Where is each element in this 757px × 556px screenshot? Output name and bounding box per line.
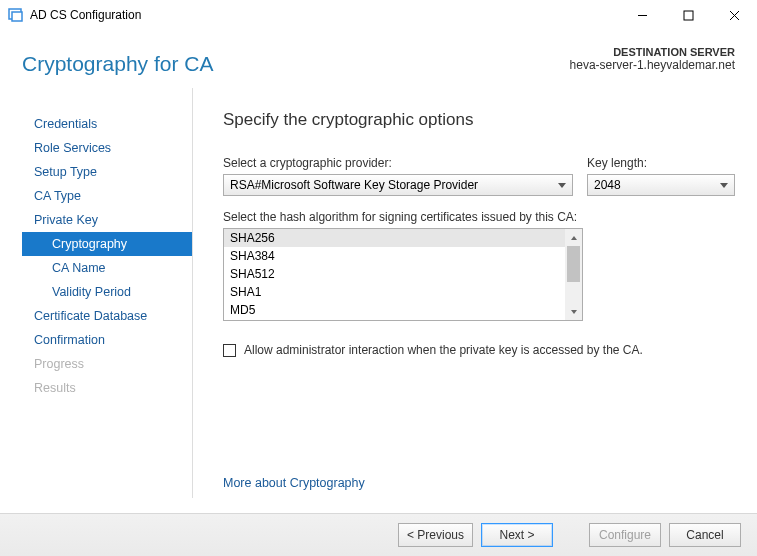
sidebar-item-results: Results — [22, 376, 192, 400]
sidebar-item-certificate-database[interactable]: Certificate Database — [22, 304, 192, 328]
previous-button[interactable]: < Previous — [398, 523, 473, 547]
app-icon — [8, 7, 24, 23]
provider-select[interactable]: RSA#Microsoft Software Key Storage Provi… — [223, 174, 573, 196]
hash-option-md5[interactable]: MD5 — [224, 301, 582, 319]
hash-option-sha512[interactable]: SHA512 — [224, 265, 582, 283]
next-button[interactable]: Next > — [481, 523, 553, 547]
hash-label: Select the hash algorithm for signing ce… — [223, 210, 735, 224]
scroll-down-icon[interactable] — [565, 303, 582, 320]
sidebar-item-confirmation[interactable]: Confirmation — [22, 328, 192, 352]
sidebar-item-setup-type[interactable]: Setup Type — [22, 160, 192, 184]
keylength-value: 2048 — [594, 178, 621, 192]
provider-label: Select a cryptographic provider: — [223, 156, 573, 170]
sidebar-item-ca-type[interactable]: CA Type — [22, 184, 192, 208]
svg-rect-1 — [12, 12, 22, 21]
sidebar-item-cryptography[interactable]: Cryptography — [22, 232, 192, 256]
minimize-button[interactable] — [619, 0, 665, 30]
svg-marker-6 — [571, 236, 577, 240]
listbox-scrollbar[interactable] — [565, 229, 582, 320]
sidebar-item-private-key[interactable]: Private Key — [22, 208, 192, 232]
allow-admin-checkbox-row[interactable]: Allow administrator interaction when the… — [223, 343, 735, 357]
sidebar-item-ca-name[interactable]: CA Name — [22, 256, 192, 280]
provider-value: RSA#Microsoft Software Key Storage Provi… — [230, 178, 478, 192]
header: Cryptography for CA DESTINATION SERVER h… — [0, 30, 757, 88]
scroll-up-icon[interactable] — [565, 229, 582, 246]
hash-option-sha384[interactable]: SHA384 — [224, 247, 582, 265]
sidebar-item-validity-period[interactable]: Validity Period — [22, 280, 192, 304]
wizard-sidebar: CredentialsRole ServicesSetup TypeCA Typ… — [22, 88, 193, 498]
more-about-link[interactable]: More about Cryptography — [223, 476, 365, 490]
svg-marker-7 — [571, 310, 577, 314]
configure-button: Configure — [589, 523, 661, 547]
window-title: AD CS Configuration — [30, 8, 619, 22]
sidebar-item-credentials[interactable]: Credentials — [22, 112, 192, 136]
window-titlebar: AD CS Configuration — [0, 0, 757, 30]
allow-admin-label: Allow administrator interaction when the… — [244, 343, 643, 357]
destination-block: DESTINATION SERVER heva-server-1.heyvald… — [570, 46, 735, 72]
sidebar-item-progress: Progress — [22, 352, 192, 376]
sidebar-item-role-services[interactable]: Role Services — [22, 136, 192, 160]
hash-option-sha256[interactable]: SHA256 — [224, 229, 582, 247]
keylength-select[interactable]: 2048 — [587, 174, 735, 196]
keylength-label: Key length: — [587, 156, 735, 170]
allow-admin-checkbox[interactable] — [223, 344, 236, 357]
scroll-thumb[interactable] — [567, 246, 580, 282]
svg-rect-3 — [684, 11, 693, 20]
close-button[interactable] — [711, 0, 757, 30]
page-title: Cryptography for CA — [22, 52, 213, 76]
cancel-button[interactable]: Cancel — [669, 523, 741, 547]
main-heading: Specify the cryptographic options — [223, 110, 735, 130]
destination-label: DESTINATION SERVER — [570, 46, 735, 58]
destination-value: heva-server-1.heyvaldemar.net — [570, 58, 735, 72]
hash-listbox[interactable]: SHA256SHA384SHA512SHA1MD5 — [223, 228, 583, 321]
maximize-button[interactable] — [665, 0, 711, 30]
hash-option-sha1[interactable]: SHA1 — [224, 283, 582, 301]
main-panel: Specify the cryptographic options Select… — [193, 88, 735, 498]
wizard-footer: < Previous Next > Configure Cancel — [0, 513, 757, 556]
